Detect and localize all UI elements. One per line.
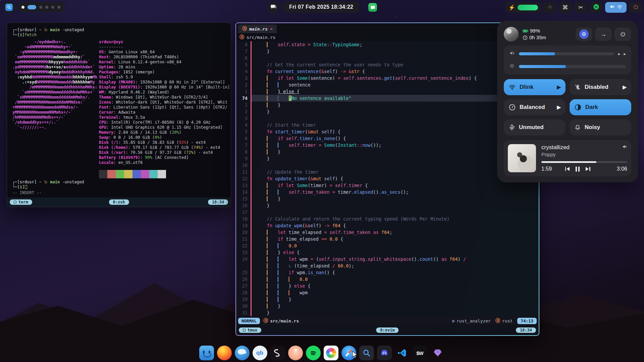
screenshot-button[interactable]: ✂ — [574, 2, 587, 13]
line-number: 17 — [236, 209, 252, 216]
line-number: 4 — [236, 122, 252, 128]
rust-file-icon: Ⓡ — [239, 34, 244, 40]
dock-icon-gem[interactable] — [430, 346, 445, 360]
code-line: 22 ▎ ▎ 0.0 — [236, 242, 539, 249]
editor-status-line: NORMAL Ⓡsrc/main.rs ⚙rust_analyzer Ⓡrust… — [236, 316, 539, 325]
album-art[interactable] — [508, 144, 536, 172]
code-line: 23 ▎ } else { — [236, 249, 539, 256]
terminal-window[interactable]: ┌─[srdusr] ~ main -unstaged └─[$]fetch -… — [7, 22, 231, 207]
code-line: 1 ▎ } else { — [236, 88, 539, 95]
fetch-info-line: Terminal: tmux 3.5a — [99, 115, 230, 120]
workspace-dot-4[interactable] — [45, 6, 48, 9]
output-switch-icon[interactable]: ▸ — [618, 51, 621, 56]
line-number: 2 — [236, 108, 252, 115]
logout-button[interactable]: → — [595, 27, 612, 41]
dock-icon-spotlight[interactable] — [359, 346, 374, 360]
eject-button[interactable] — [543, 2, 556, 13]
line-number: 6 — [236, 135, 252, 142]
workspace-dot-2[interactable] — [28, 5, 36, 9]
code-area[interactable]: 8 ▎ self.state = State::TypingGame;7 }65… — [236, 41, 539, 316]
workspace-dot-5[interactable] — [51, 6, 54, 9]
clock-widget[interactable]: Fri 07 Feb 2025 18:34:22 — [283, 1, 359, 13]
workspace-dot-1[interactable] — [21, 6, 24, 9]
dock-icon-peach[interactable] — [288, 346, 303, 360]
code-line: 3 — [236, 115, 539, 122]
command-key-button[interactable]: ⌘ — [559, 2, 572, 13]
toggle-bluetooth[interactable]: Disabled▶ — [570, 79, 631, 95]
media-player-card: crystallized Poppy 1:59 3:06 — [504, 140, 631, 176]
brightness-slider[interactable] — [519, 65, 626, 68]
fetch-info-line: ---------- — [99, 45, 230, 50]
track-progress-bar[interactable] — [541, 161, 627, 163]
fetch-info-line: Uptime: 28 mins — [99, 65, 230, 70]
charging-bolt-icon: ⚡ — [508, 4, 515, 11]
rust-file-icon: Ⓡ — [263, 318, 268, 324]
code-line: 16 } — [236, 202, 539, 209]
fetch-info-line: Disk (/): 35.85 GiB / 38.83 GiB (92%) - … — [99, 140, 230, 145]
tmux-window[interactable]: 0:zsh — [109, 199, 129, 205]
chevron-right-icon[interactable]: ▶ — [557, 104, 561, 110]
spotify-icon — [593, 4, 599, 11]
volume-slider[interactable] — [519, 52, 614, 55]
prompt-line-1: ┌─[srdusr] ~ main -unstaged — [12, 27, 226, 33]
vi-mode-indicator: -- INSERT -- — [12, 190, 84, 195]
workspace-indicator[interactable] — [17, 2, 64, 12]
fetch-info-line: Disk (/var): 70.56 GiB / 97.37 GiB (72%)… — [99, 150, 230, 155]
toggle-power-profile[interactable]: Balanced▶ — [504, 99, 566, 115]
dock-icon-thunderbird[interactable] — [235, 346, 250, 360]
pause-button[interactable] — [576, 167, 580, 172]
tab-main-rs[interactable]: Ⓡ main.rs × — [238, 24, 277, 33]
code-line: 18 // Calculate and return the current t… — [236, 216, 539, 222]
power-icon — [620, 31, 626, 37]
fetch-info-line: Display (MK400): 644x362 @ 60 Hz in 22… — [99, 80, 230, 85]
fastfetch-output: -/oyddmdhs+:. -odNMMMMMMMMNNmhy+-` -yNMM… — [12, 40, 226, 178]
clock-text: Fri 07 Feb 2025 18:34:22 — [289, 4, 353, 10]
messenger-tray-icon[interactable] — [368, 3, 377, 12]
power-button[interactable] — [629, 2, 642, 13]
tmux-session[interactable]: tmux — [239, 327, 261, 333]
tmux-session[interactable]: term — [10, 199, 32, 205]
toggle-dark-mode[interactable]: Dark — [570, 99, 631, 115]
launcher-button[interactable] — [3, 2, 15, 13]
player-volume-icon[interactable] — [622, 144, 627, 150]
output-expand-icon[interactable]: ▸ — [624, 51, 626, 56]
workspace-dot-3[interactable] — [39, 6, 42, 9]
dock-icon-finder[interactable] — [199, 346, 214, 360]
dock-icon-photos[interactable] — [324, 346, 338, 360]
chevron-right-icon[interactable]: ▶ — [623, 84, 627, 90]
workspace-dot-6[interactable] — [57, 6, 60, 9]
prompt-line-4: └─[$] — [12, 185, 84, 190]
dock-icon-firefox[interactable] — [217, 346, 232, 360]
battery-widget[interactable]: ⚡ — [505, 2, 541, 13]
lsp-indicator: ⚙rust_analyzer — [452, 318, 491, 323]
toggle-notifications[interactable]: Noisy — [570, 119, 631, 135]
spotify-tray-button[interactable] — [590, 2, 602, 13]
bluetooth-off-icon — [574, 84, 581, 90]
volume-network-widget[interactable] — [605, 2, 627, 13]
settings-button[interactable]: ⚙ — [576, 27, 592, 41]
code-line: ▎ ▎ ↳ (time_elapsed / 60.0); — [236, 262, 539, 269]
previous-track-button[interactable] — [565, 167, 570, 171]
dock-icon-spotify[interactable] — [306, 346, 321, 360]
next-track-button[interactable] — [586, 167, 590, 171]
line-number: 3 — [236, 75, 252, 81]
toggle-wifi[interactable]: Dlink▶ — [504, 79, 566, 95]
notifications-button[interactable] — [267, 1, 280, 13]
shutdown-button[interactable] — [614, 27, 631, 41]
dock-icon-wez[interactable]: $W — [413, 346, 427, 360]
avatar[interactable] — [504, 27, 519, 42]
tab-close-icon[interactable]: × — [270, 26, 273, 32]
fetch-logo: -/oyddmdhs+:. -odNMMMMMMMMNNmhy+-` -yNMM… — [12, 40, 99, 178]
dock-icon-discord[interactable] — [377, 346, 392, 360]
fetch-info-line: GPU: Intel UHD Graphics 620 @ 1.15 GHz [… — [99, 125, 230, 130]
tmux-window[interactable]: 0:nvim — [376, 327, 398, 333]
code-line: 19 fn update_wpm(&self) -> f64 { — [236, 222, 539, 229]
dock-icon-qbittorrent[interactable]: qb — [253, 346, 267, 360]
toggle-microphone[interactable]: Unmuted — [504, 119, 566, 135]
dock-icon-swirl[interactable] — [270, 346, 285, 360]
editor-window[interactable]: Ⓡ main.rs × Ⓡ src/main.rs 8 ▎ self.state… — [235, 22, 539, 336]
chevron-right-icon[interactable]: ▶ — [557, 84, 561, 90]
fetch-info: srdusr@xyz----------OS: Gentoo Linux x86… — [99, 40, 230, 178]
dock-icon-vscode[interactable] — [395, 346, 410, 360]
line-number: 5 — [236, 128, 252, 135]
